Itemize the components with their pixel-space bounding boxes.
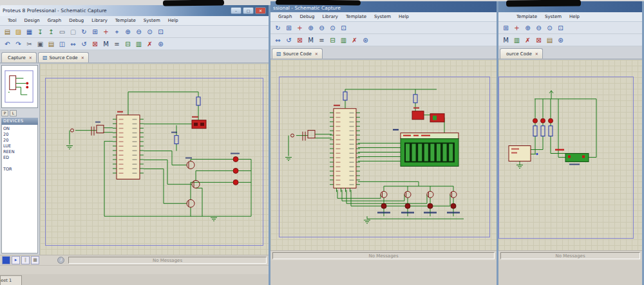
print-icon[interactable]: ▭ <box>57 27 67 37</box>
save-icon[interactable]: ▦ <box>24 27 34 37</box>
block-delete-icon[interactable]: ⊠ <box>534 35 544 45</box>
sheet-tab[interactable]: Root sheet 1 <box>0 275 22 285</box>
block-delete-icon[interactable]: ⊠ <box>90 39 100 49</box>
device-list-item[interactable]: 20 <box>3 132 37 138</box>
schematic-canvas[interactable] <box>498 60 642 250</box>
library-button[interactable]: L <box>10 110 17 116</box>
menu-item[interactable]: Tool <box>4 17 21 24</box>
undo-icon[interactable]: ↶ <box>3 39 12 49</box>
zoom-area-icon[interactable]: ⊡ <box>156 27 166 37</box>
origin-icon[interactable]: + <box>512 23 522 33</box>
zoom-out-icon[interactable]: ⊖ <box>317 23 327 33</box>
redo-icon[interactable]: ↷ <box>14 39 23 49</box>
menu-item[interactable]: Template <box>111 17 140 24</box>
step-button[interactable]: ▸ <box>12 256 20 264</box>
menu-item[interactable]: Graph <box>44 17 65 24</box>
minimize-button[interactable]: – <box>231 7 242 14</box>
remove-sheet-icon[interactable]: ✗ <box>350 35 359 45</box>
new-file-icon[interactable]: ▤ <box>3 27 12 37</box>
zoom-percent-icon[interactable]: ⊛ <box>361 35 370 45</box>
remove-sheet-icon[interactable]: ✗ <box>145 39 155 49</box>
device-list-item[interactable]: LUE <box>3 143 37 149</box>
tab-schematic-capture[interactable]: Capture ✕ <box>1 52 37 62</box>
close-button[interactable]: ✕ <box>255 7 266 14</box>
device-list-item[interactable]: ON <box>3 126 37 132</box>
zoom-area-icon[interactable]: ⊡ <box>556 23 565 33</box>
new-sheet-icon[interactable]: ▥ <box>134 39 144 49</box>
find-icon[interactable]: M <box>501 35 511 45</box>
zoom-all-icon[interactable]: ⊙ <box>545 23 554 33</box>
paste-icon[interactable]: ▤ <box>545 35 554 45</box>
zoom-in-icon[interactable]: ⊕ <box>123 27 133 37</box>
tab-source-code[interactable]: ▧ Source Code ✕ <box>38 52 89 62</box>
schematic-canvas[interactable] <box>40 64 269 255</box>
tab-source-code[interactable]: ▧ Source Code ✕ <box>272 48 323 59</box>
property-tool-icon[interactable]: ≡ <box>317 35 327 45</box>
pick-device-button[interactable]: P <box>1 110 8 116</box>
cut-icon[interactable]: ✂ <box>24 39 34 49</box>
device-list-item[interactable] <box>3 161 37 167</box>
design-explorer-icon[interactable]: ⊟ <box>123 39 133 49</box>
origin-icon[interactable]: + <box>295 23 305 33</box>
block-move-icon[interactable]: ⇔ <box>273 35 283 45</box>
titlebar[interactable]: Proteus 8 Professional - Schematic Captu… <box>0 5 269 16</box>
menu-item[interactable]: Library <box>88 17 111 24</box>
new-sheet-icon[interactable]: ▥ <box>339 35 348 45</box>
schematic-canvas[interactable] <box>270 60 497 250</box>
copy-icon[interactable]: ▣ <box>35 39 45 49</box>
stop-button[interactable]: ■ <box>31 256 39 264</box>
grid-icon[interactable]: ⊞ <box>284 23 294 33</box>
menu-item[interactable]: Library <box>319 14 342 20</box>
block-copy-icon[interactable]: ◫ <box>57 39 67 49</box>
pause-button[interactable]: ∥ <box>21 256 30 264</box>
mark-area-icon[interactable]: ▢ <box>68 27 78 37</box>
maximize-button[interactable]: ▢ <box>243 7 254 14</box>
menu-item[interactable]: System <box>541 14 565 20</box>
zoom-percent-icon[interactable]: ⊛ <box>156 39 166 49</box>
find-icon[interactable]: M <box>306 35 316 45</box>
refresh-icon[interactable]: ↻ <box>273 23 283 33</box>
zoom-in-icon[interactable]: ⊕ <box>523 23 533 33</box>
tab-close-icon[interactable]: ✕ <box>81 55 84 60</box>
paste-icon[interactable]: ▤ <box>46 39 56 49</box>
grid-icon[interactable]: ⊞ <box>501 23 511 33</box>
zoom-in-icon[interactable]: ⊕ <box>306 23 316 33</box>
remove-sheet-icon[interactable]: ✗ <box>523 35 533 45</box>
tab-close-icon[interactable]: ✕ <box>535 51 538 56</box>
menu-item[interactable]: Debug <box>296 14 318 20</box>
tab-source-code[interactable]: ource Code ✕ <box>500 48 543 59</box>
menu-item[interactable]: Design <box>21 17 44 24</box>
block-rotate-icon[interactable]: ↺ <box>79 39 89 49</box>
zoom-all-icon[interactable]: ⊙ <box>145 27 155 37</box>
tab-close-icon[interactable]: ✕ <box>29 55 32 60</box>
import-icon[interactable]: ↧ <box>35 27 45 37</box>
block-move-icon[interactable]: ⇔ <box>68 39 78 49</box>
menu-item[interactable]: Help <box>565 14 583 20</box>
menu-item[interactable]: Template <box>342 14 370 20</box>
pan-icon[interactable]: ⌖ <box>112 27 122 37</box>
origin-icon[interactable]: + <box>101 27 111 37</box>
menu-item[interactable]: Help <box>395 14 413 20</box>
export-icon[interactable]: ↥ <box>46 27 56 37</box>
menu-item[interactable]: Graph <box>274 14 296 20</box>
tab-close-icon[interactable]: ✕ <box>315 51 318 56</box>
zoom-out-icon[interactable]: ⊖ <box>134 27 144 37</box>
block-rotate-icon[interactable]: ↺ <box>284 35 294 45</box>
grid-icon[interactable]: ⊞ <box>90 27 100 37</box>
design-explorer-icon[interactable]: ⊟ <box>328 35 337 45</box>
device-list-item[interactable]: 20 <box>3 138 37 143</box>
new-sheet-icon[interactable]: ▥ <box>512 35 522 45</box>
device-list-item[interactable]: TOR <box>3 167 37 172</box>
info-icon[interactable]: i <box>57 257 64 264</box>
property-tool-icon[interactable]: ≡ <box>112 39 122 49</box>
menu-item[interactable]: Debug <box>65 17 88 24</box>
menu-item[interactable]: Template <box>513 14 541 20</box>
zoom-all-icon[interactable]: ⊙ <box>328 23 337 33</box>
zoom-out-icon[interactable]: ⊖ <box>534 23 544 33</box>
open-folder-icon[interactable]: ▨ <box>14 27 23 37</box>
device-list-item[interactable]: ED <box>3 155 37 161</box>
device-list-item[interactable]: REEN <box>3 149 37 155</box>
zoom-percent-icon[interactable]: ⊛ <box>556 35 565 45</box>
block-delete-icon[interactable]: ⊠ <box>295 35 305 45</box>
menu-item[interactable]: System <box>140 17 164 24</box>
